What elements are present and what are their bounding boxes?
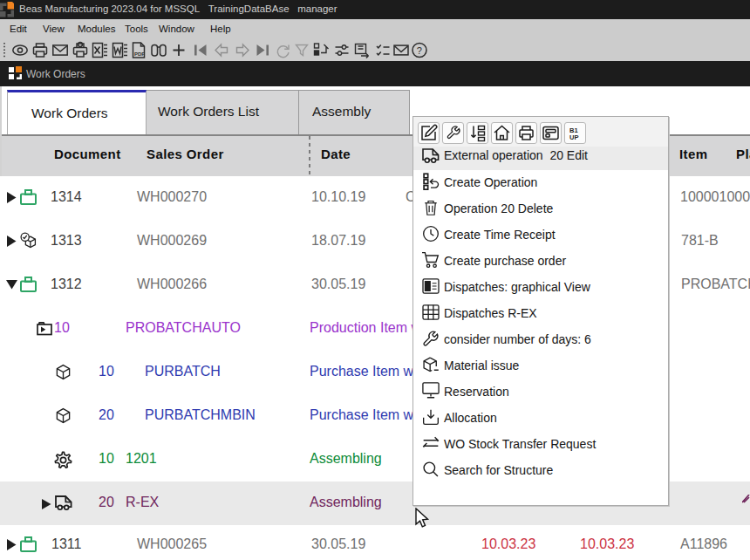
svg-text:PDF: PDF bbox=[134, 51, 145, 57]
svg-text:?: ? bbox=[417, 45, 422, 56]
svg-text:UP: UP bbox=[569, 133, 578, 141]
